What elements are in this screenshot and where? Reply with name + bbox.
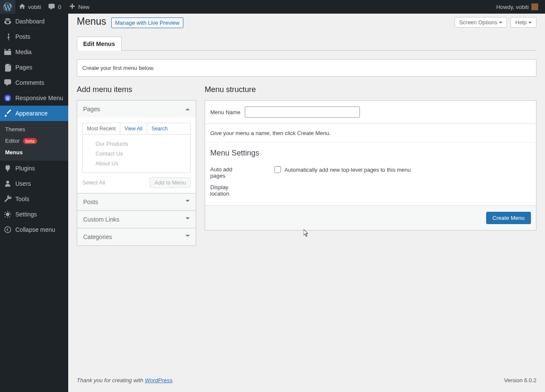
live-preview-button[interactable]: Manage with Live Preview [111, 17, 183, 28]
plus-icon [68, 3, 76, 11]
notice: Create your first menu below. [77, 59, 536, 77]
instructions: Give your menu a name, then click Create… [205, 124, 536, 143]
sidebar-label: Comments [15, 79, 44, 86]
svg-point-4 [5, 227, 11, 233]
page-list: Our Products Contact Us About Us [82, 134, 191, 173]
sidebar-collapse[interactable]: Collapse menu [0, 222, 68, 237]
sidebar-item-plugins[interactable]: Plugins [0, 161, 68, 176]
submenu-editor[interactable]: Editor beta [0, 135, 68, 147]
caret-down-icon [186, 200, 190, 204]
sidebar-label: Appearance [15, 110, 48, 117]
brush-icon [3, 109, 12, 118]
site-name: vobiti [28, 4, 41, 10]
sidebar-label: Tools [15, 196, 29, 202]
menu-settings-heading: Menu Settings [210, 149, 531, 158]
list-item[interactable]: Contact Us [89, 149, 184, 159]
sidebar-label: Pages [15, 64, 32, 71]
sidebar-item-pages[interactable]: Pages [0, 60, 68, 75]
users-icon [3, 179, 12, 188]
acc-categories-header[interactable]: Categories [77, 228, 196, 245]
auto-add-checkbox-row[interactable]: Automatically add new top-level pages to… [274, 166, 411, 173]
acc-posts-header[interactable]: Posts [77, 193, 196, 210]
select-all-link[interactable]: Select All [82, 179, 105, 186]
svg-rect-3 [6, 99, 9, 100]
tab-edit-menus[interactable]: Edit Menus [77, 37, 122, 51]
acc-custom-links: Custom Links [77, 211, 196, 228]
tab-search[interactable]: Search [147, 123, 172, 134]
submenu-themes[interactable]: Themes [0, 124, 68, 135]
submenu-label: Editor [5, 138, 20, 144]
wordpress-logo[interactable] [0, 0, 15, 14]
sidebar-label: Users [15, 180, 31, 187]
sidebar-label: Media [15, 49, 32, 55]
sidebar-item-comments[interactable]: Comments [0, 75, 68, 90]
acc-custom-links-header[interactable]: Custom Links [77, 211, 196, 228]
auto-add-desc: Automatically add new top-level pages to… [284, 167, 411, 173]
page-title: Menus [77, 16, 106, 27]
sidebar-item-appearance[interactable]: Appearance [0, 106, 68, 121]
create-menu-button[interactable]: Create Menu [486, 212, 531, 224]
auto-add-checkbox[interactable] [274, 166, 281, 173]
acc-title: Categories [83, 233, 112, 240]
howdy-text: Howdy, vobiti [496, 4, 529, 10]
comments-icon [3, 78, 12, 87]
display-location-label: Display location [210, 184, 249, 197]
accordion: Pages Most Recent View All Search Our Pr… [77, 100, 196, 246]
acc-pages-header[interactable]: Pages [77, 101, 196, 118]
add-to-menu-button[interactable]: Add to Menu [150, 177, 191, 188]
responsive-menu-icon [3, 94, 12, 102]
sidebar-item-media[interactable]: Media [0, 44, 68, 60]
admin-sidebar: Dashboard Posts Media Pages Comments Res… [0, 14, 68, 392]
menu-box: Menu Name Give your menu a name, then cl… [205, 100, 536, 231]
comment-icon [48, 3, 55, 11]
svg-rect-2 [6, 98, 9, 99]
list-item[interactable]: About Us [89, 159, 184, 168]
sidebar-label: Posts [15, 33, 30, 40]
sidebar-item-settings[interactable]: Settings [0, 207, 68, 222]
settings-icon [3, 210, 12, 219]
wordpress-link[interactable]: WordPress [145, 377, 172, 383]
account-link[interactable]: Howdy, vobiti [493, 0, 542, 14]
tools-icon [3, 195, 12, 203]
sidebar-item-posts[interactable]: Posts [0, 29, 68, 44]
comments-count: 0 [58, 4, 61, 10]
menu-name-input[interactable] [245, 107, 360, 118]
dashboard-icon [3, 17, 12, 26]
tab-most-recent[interactable]: Most Recent [83, 123, 120, 134]
comments-link[interactable]: 0 [44, 0, 64, 14]
list-item[interactable]: Our Products [89, 139, 184, 149]
main-content: Screen Options Help Menus Manage with Li… [68, 14, 545, 392]
appearance-submenu: Themes Editor beta Menus [0, 121, 68, 161]
site-name-link[interactable]: vobiti [15, 0, 44, 14]
sidebar-label: Settings [15, 211, 37, 218]
acc-title: Pages [83, 106, 100, 112]
svg-rect-1 [6, 97, 9, 98]
avatar-icon [531, 3, 538, 10]
plugin-icon [3, 164, 12, 173]
sidebar-item-dashboard[interactable]: Dashboard [0, 14, 68, 29]
sidebar-item-responsive-menu[interactable]: Responsive Menu [0, 90, 68, 106]
submenu-menus[interactable]: Menus [0, 147, 68, 158]
new-link[interactable]: New [65, 0, 93, 14]
caret-down-icon [186, 217, 190, 222]
sidebar-item-tools[interactable]: Tools [0, 191, 68, 207]
wordpress-icon [3, 3, 12, 11]
sidebar-label: Collapse menu [15, 226, 55, 233]
caret-down-icon [186, 235, 190, 239]
auto-add-label: Auto add pages [210, 166, 249, 179]
menu-structure-heading: Menu structure [205, 85, 536, 94]
acc-posts: Posts [77, 193, 196, 211]
acc-title: Custom Links [83, 216, 119, 223]
acc-categories: Categories [77, 228, 196, 245]
sidebar-item-users[interactable]: Users [0, 176, 68, 191]
nav-tabs: Edit Menus [77, 37, 536, 51]
tab-view-all[interactable]: View All [120, 123, 147, 134]
acc-pages: Pages Most Recent View All Search Our Pr… [77, 101, 196, 193]
home-icon [19, 3, 26, 10]
menu-name-label: Menu Name [210, 109, 241, 115]
caret-up-icon [186, 106, 190, 110]
admin-toolbar: vobiti 0 New Howdy, vobiti [0, 0, 545, 14]
beta-badge: beta [23, 138, 37, 144]
sidebar-label: Responsive Menu [15, 95, 63, 101]
media-icon [3, 48, 12, 56]
